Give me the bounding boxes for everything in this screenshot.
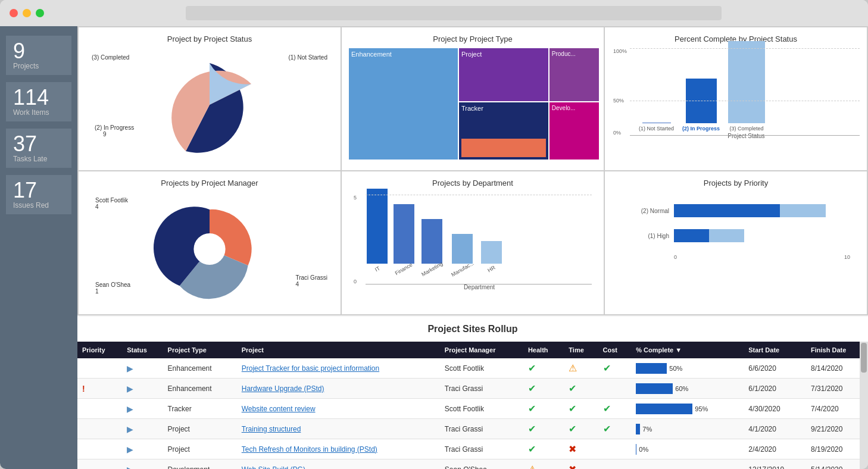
health-icon: ⚠ [528,464,536,469]
time-icon: ⚠ [569,363,577,373]
project-link[interactable]: Tech Refresh of Monitors in building (PS… [242,445,377,454]
cell-status: ▶ [122,399,163,419]
cell-start: 6/1/2020 [744,379,806,399]
treemap: Enhancement Project Produc... Tracker De… [349,48,597,158]
minimize-button[interactable] [23,9,31,17]
cell-finish: 7/4/2020 [806,399,868,419]
dept-gridline-0 [366,284,592,284]
progress-container: 95% [636,404,739,414]
project-link[interactable]: Project Tracker for basic project inform… [242,364,379,373]
cell-start: 6/6/2020 [744,358,806,379]
table-body: ▶ Enhancement Project Tracker for basic … [77,358,868,469]
col-project: Project [237,342,440,358]
close-button[interactable] [10,9,18,17]
project-link[interactable]: Website content review [242,405,316,413]
label-traci: Traci Grassi4 [295,274,327,287]
cell-time: ✔ [564,399,598,419]
priority-high-bar [674,229,850,242]
scrollbar[interactable] [860,342,868,469]
progress-bar [636,363,667,374]
health-icon: ✔ [528,424,536,434]
pie-donut-hole [193,233,225,264]
projects-count: 9 [13,40,64,62]
cell-priority [77,459,122,470]
project-link[interactable]: Web Site Build (PG) [242,465,305,470]
tasks-late-label: Tasks Late [13,155,64,163]
cell-project: Hardware Upgrade (PStd) [237,379,440,399]
priority-icon: ! [82,384,85,393]
cell-start: 4/30/2020 [744,399,806,419]
health-icon: ✔ [528,383,536,393]
address-bar[interactable] [186,6,722,20]
health-icon: ✔ [528,404,536,414]
dept-bar-marketing-rect [421,219,442,264]
table-container: Priority Status Project Type Project Pro… [77,342,868,469]
cell-health: ✔ [523,439,564,459]
label-scott: Scott Footlik4 [95,197,128,210]
tm-project: Project [459,48,548,101]
dept-bar-hr: HR [481,241,502,272]
y-label-0: 0% [613,130,621,136]
cell-cost [598,439,632,459]
cell-manager: Traci Grassi [440,419,523,439]
bar-completed-label: (3) Completed [730,126,764,132]
table-row: ▶ Project Training structured Traci Gras… [77,419,868,439]
scrollbar-thumb[interactable] [861,343,867,373]
app-window: 9 Projects 114 Work Items 37 Tasks Late … [0,0,868,469]
cell-type: Enhancement [163,358,237,379]
label-in-progress: (2) In Progress9 [95,124,134,137]
cell-time: ⚠ [564,358,598,379]
progress-pct: 60% [675,385,688,392]
cell-project: Web Site Build (PG) [237,459,440,470]
manager-pie-container: Scott Footlik4 Traci Grassi4 Sean O'Shea… [86,192,333,305]
cell-type: Enhancement [163,379,237,399]
table-row: ▶ Tracker Website content review Scott F… [77,399,868,419]
progress-pct: 50% [669,365,682,372]
bar-not-started-label: (1) Not Started [639,126,674,132]
cell-start: 4/1/2020 [744,419,806,439]
priority-high-light [709,229,744,242]
cell-finish: 8/14/2020 [806,358,868,379]
cell-priority [77,358,122,379]
priority-high-dark [674,229,709,242]
chart-type-title: Project by Project Type [349,35,597,43]
priority-normal-light [780,204,826,217]
cell-project: Training structured [237,419,440,439]
cell-project: Website content review [237,399,440,419]
col-status: Status [122,342,163,358]
dept-bar-finance-label: Finance [394,262,414,277]
x-axis-label-pct: Project Status [618,133,854,139]
progress-container: 60% [636,383,739,394]
chart-by-manager: Projects by Project Manager Sco [79,171,341,314]
label-not-started: (1) Not Started [288,54,327,61]
project-link[interactable]: Hardware Upgrade (PStd) [242,384,324,393]
col-project-type: Project Type [163,342,237,358]
col-manager: Project Manager [440,342,523,358]
table-row: ! ▶ Enhancement Hardware Upgrade (PStd) … [77,379,868,399]
cell-status: ▶ [122,419,163,439]
col-pct: % Complete ▼ [631,342,744,358]
bar-in-progress: (2) In Progress [682,79,720,132]
chart-project-type: Project by Project Type Enhancement Proj… [342,27,604,170]
maximize-button[interactable] [36,9,44,17]
table-row: ▶ Development Web Site Build (PG) Sean O… [77,459,868,470]
cell-priority [77,419,122,439]
cell-manager: Scott Footlik [440,399,523,419]
cell-finish: 9/21/2020 [806,419,868,439]
dept-bar-it-label: IT [374,265,381,273]
dept-bar-marketing: Marketing [420,219,444,272]
cell-health: ✔ [523,379,564,399]
pie-chart-manager [153,197,266,301]
bar-not-started: (1) Not Started [639,123,674,132]
time-icon: ✔ [569,383,576,393]
project-link[interactable]: Training structured [242,425,301,433]
priority-normal-row: (2) Normal [622,204,850,217]
chart-priority-title: Projects by Priority [612,179,860,187]
dept-bars: IT Finance Marketing [367,195,592,272]
status-icon: ▶ [127,364,133,373]
table-title: Project Sites Rollup [77,317,868,342]
col-time: Time [564,342,598,358]
cell-cost [598,379,632,399]
header-row: Priority Status Project Type Project Pro… [77,342,868,358]
progress-bar [636,383,673,394]
